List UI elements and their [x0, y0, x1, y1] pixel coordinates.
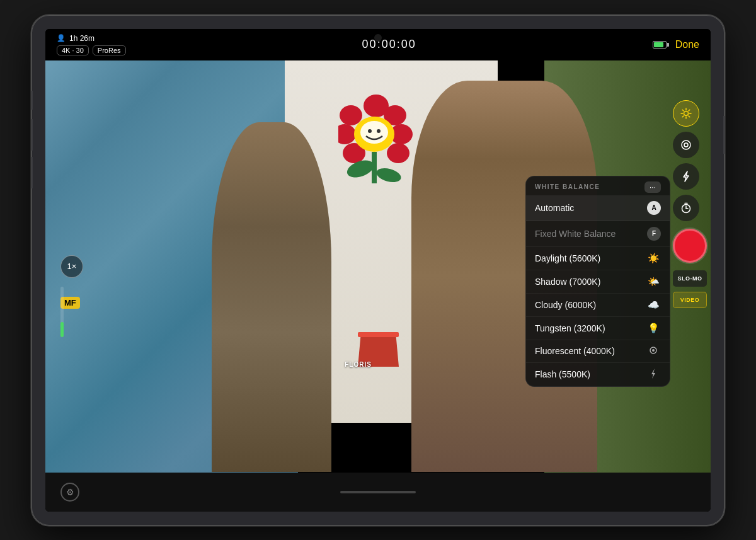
- aperture-icon: [680, 139, 692, 151]
- wb-item-cloudy-left: Cloudy (6000K): [535, 300, 596, 310]
- video-mode-button[interactable]: VIDEO: [673, 292, 707, 308]
- flash-wb-icon: [646, 369, 661, 381]
- bottom-bar: ⚙: [45, 473, 711, 512]
- cloudy-icon: ☁️: [646, 299, 661, 311]
- svg-line-21: [682, 110, 684, 111]
- wb-label-daylight: Daylight (5600K): [535, 253, 600, 263]
- power-button[interactable]: [723, 116, 724, 154]
- wb-item-cloudy-right: ☁️: [646, 299, 661, 311]
- wb-item-flash-right: [646, 369, 661, 381]
- wb-item-shadow-right: 🌤️: [646, 276, 661, 287]
- wb-item-daylight-right: ☀️: [646, 253, 661, 264]
- wb-item-fluorescent-left: Fluorescent (4000K): [535, 346, 615, 356]
- wb-label-fluorescent: Fluorescent (4000K): [535, 346, 615, 356]
- flash-button[interactable]: [673, 163, 699, 190]
- sun-icon: [680, 108, 692, 119]
- person-icon: 👤: [57, 34, 66, 42]
- timer-display: 00:00:00: [362, 38, 416, 51]
- wb-item-fixed-right: F: [647, 227, 661, 241]
- person-left: [212, 122, 331, 473]
- wb-item-fixed-left: Fixed White Balance: [535, 229, 616, 239]
- slo-mo-button[interactable]: SLO-MO: [673, 270, 707, 287]
- right-controls: SLO-MO VIDEO: [673, 100, 707, 308]
- svg-line-24: [682, 116, 684, 117]
- mute-button[interactable]: [32, 91, 33, 110]
- tungsten-icon: 💡: [646, 323, 661, 334]
- volume-down-button[interactable]: [32, 157, 33, 188]
- shadow-icon: 🌤️: [646, 276, 661, 287]
- battery-fill: [654, 42, 663, 47]
- ipad-frame: 👤 1h 26m 4K · 30 ProRes 00:00:00 Done: [32, 15, 724, 526]
- svg-point-26: [684, 143, 688, 147]
- format-badge[interactable]: ProRes: [93, 45, 126, 55]
- wb-label-fixed: Fixed White Balance: [535, 229, 616, 239]
- svg-marker-31: [651, 369, 655, 379]
- white-balance-panel: WHITE BALANCE ··· Automatic A Fixed Whit…: [525, 176, 670, 387]
- wb-item-tungsten[interactable]: Tungsten (3200K) 💡: [526, 317, 670, 340]
- wb-item-flash[interactable]: Flash (5500K): [526, 363, 670, 386]
- wb-item-automatic-right: A: [647, 201, 661, 215]
- ipad-screen: 👤 1h 26m 4K · 30 ProRes 00:00:00 Done: [45, 29, 711, 512]
- wb-item-fluorescent-right: [646, 346, 661, 357]
- wb-label-tungsten: Tungsten (3200K): [535, 323, 605, 333]
- svg-point-16: [684, 111, 689, 115]
- exposure-button[interactable]: [673, 100, 699, 127]
- wb-label-automatic: Automatic: [535, 203, 574, 213]
- focus-bar-fill: [60, 322, 64, 337]
- wb-item-shadow[interactable]: Shadow (7000K) 🌤️: [526, 270, 670, 294]
- wb-label-shadow: Shadow (7000K): [535, 277, 600, 287]
- top-bar-left: 👤 1h 26m 4K · 30 ProRes: [57, 34, 126, 55]
- front-camera: [374, 34, 382, 42]
- fluorescent-icon: [646, 346, 661, 357]
- wb-overflow-button[interactable]: ···: [644, 181, 661, 193]
- timer-icon: [680, 202, 692, 214]
- flash-icon: [681, 171, 691, 182]
- focus-bar[interactable]: [60, 287, 64, 337]
- daylight-icon: ☀️: [646, 253, 661, 264]
- top-bar-right: Done: [653, 39, 699, 50]
- svg-line-22: [689, 116, 690, 117]
- camera-viewfinder[interactable]: FLORIS 1× MF: [45, 60, 711, 473]
- wb-item-shadow-left: Shadow (7000K): [535, 277, 600, 287]
- wb-badge-automatic: A: [647, 201, 661, 215]
- svg-line-23: [689, 110, 690, 111]
- camera-settings-button[interactable]: [673, 132, 699, 158]
- wb-badge-fixed: F: [647, 227, 661, 241]
- timer-button[interactable]: [673, 195, 699, 221]
- settings-button[interactable]: ⚙: [60, 483, 79, 502]
- wb-item-fixed[interactable]: Fixed White Balance F: [526, 221, 670, 247]
- wb-item-daylight-left: Daylight (5600K): [535, 253, 600, 263]
- badge-row: 4K · 30 ProRes: [57, 45, 126, 55]
- wb-label-flash: Flash (5500K): [535, 369, 590, 379]
- recording-time-label: 1h 26m: [69, 34, 94, 43]
- wb-item-cloudy[interactable]: Cloudy (6000K) ☁️: [526, 294, 670, 317]
- record-button[interactable]: [673, 229, 707, 263]
- done-button[interactable]: Done: [675, 39, 699, 50]
- gear-icon: ⚙: [66, 487, 74, 497]
- wb-title: WHITE BALANCE: [535, 183, 600, 190]
- status-row: 👤 1h 26m: [57, 34, 126, 43]
- svg-marker-27: [684, 171, 689, 181]
- battery-icon: [653, 41, 667, 49]
- wb-item-tungsten-right: 💡: [646, 323, 661, 334]
- wb-item-automatic[interactable]: Automatic A: [526, 195, 670, 221]
- wb-item-automatic-left: Automatic: [535, 203, 574, 213]
- wb-item-tungsten-left: Tungsten (3200K): [535, 323, 605, 333]
- wb-header: WHITE BALANCE ···: [526, 176, 670, 195]
- volume-up-button[interactable]: [32, 119, 33, 151]
- wb-item-daylight[interactable]: Daylight (5600K) ☀️: [526, 247, 670, 270]
- wb-item-flash-left: Flash (5500K): [535, 369, 590, 379]
- wb-label-cloudy: Cloudy (6000K): [535, 300, 596, 310]
- resolution-badge[interactable]: 4K · 30: [57, 45, 89, 55]
- home-indicator[interactable]: [340, 491, 416, 493]
- svg-point-30: [652, 349, 655, 352]
- wb-item-fluorescent[interactable]: Fluorescent (4000K): [526, 340, 670, 363]
